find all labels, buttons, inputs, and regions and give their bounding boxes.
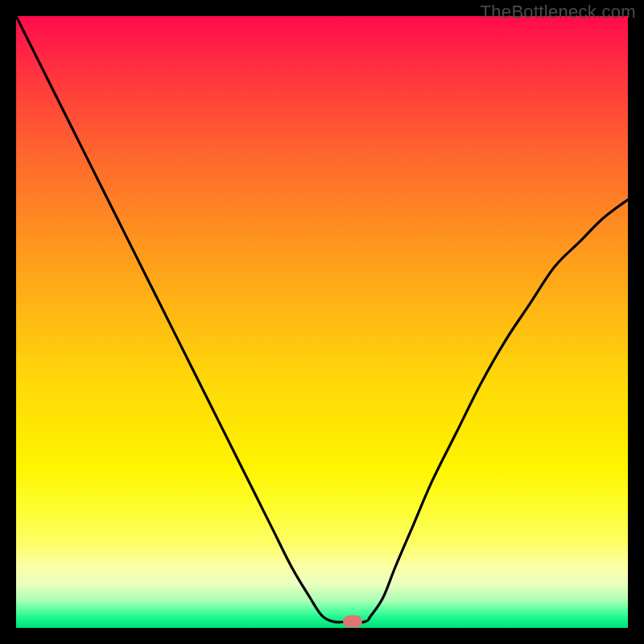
optimal-point-marker (343, 616, 362, 628)
watermark-text: TheBottleneck.com (481, 2, 636, 23)
chart-frame: TheBottleneck.com (0, 0, 644, 644)
plot-area (16, 16, 628, 628)
bottleneck-curve (16, 16, 628, 628)
